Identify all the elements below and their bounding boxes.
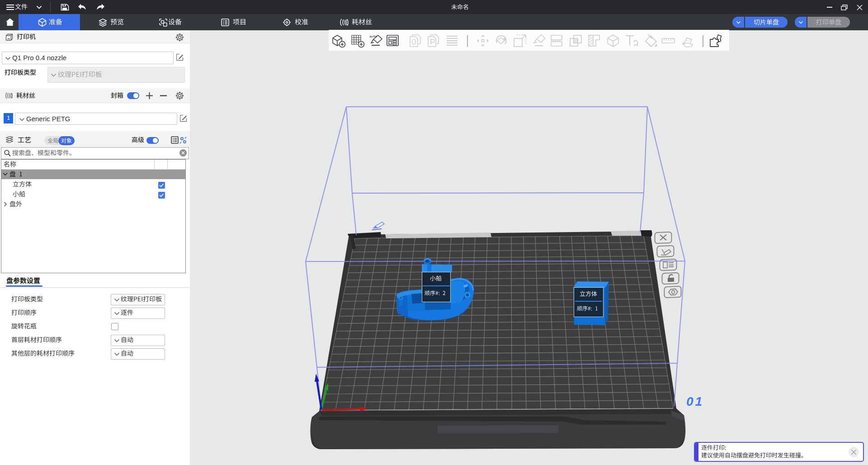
svg-text:AUTO: AUTO [369, 35, 377, 38]
